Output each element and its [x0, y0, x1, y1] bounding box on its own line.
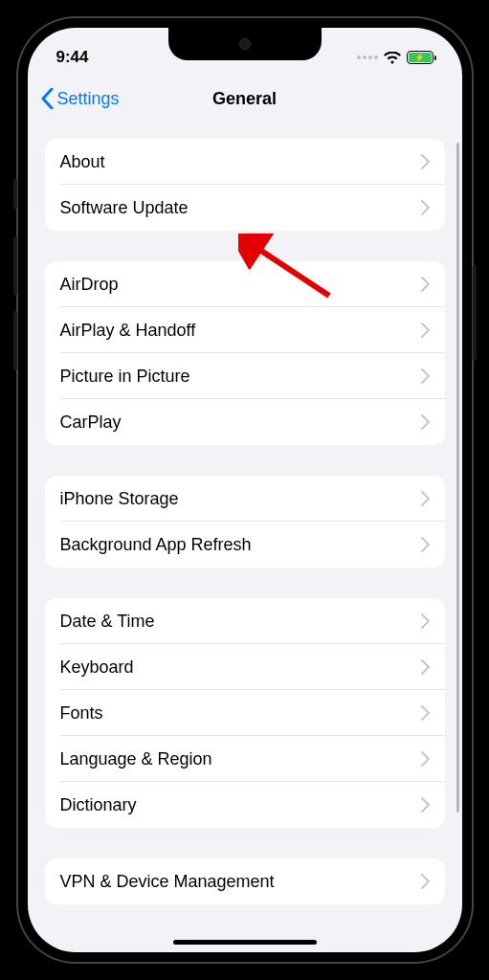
home-indicator[interactable] — [173, 940, 317, 945]
settings-group: AboutSoftware Update — [45, 139, 445, 231]
settings-row-dictionary[interactable]: Dictionary — [45, 782, 445, 828]
row-label: VPN & Device Management — [60, 872, 275, 892]
row-label: Fonts — [60, 703, 103, 724]
settings-row-software-update[interactable]: Software Update — [45, 185, 445, 231]
chevron-right-icon — [421, 797, 430, 813]
settings-group: iPhone StorageBackground App Refresh — [45, 476, 445, 568]
volume-down-button — [13, 311, 17, 370]
chevron-right-icon — [421, 751, 430, 767]
settings-group: AirDropAirPlay & HandoffPicture in Pictu… — [45, 261, 445, 445]
chevron-right-icon — [421, 874, 430, 889]
row-label: Software Update — [60, 198, 189, 218]
chevron-right-icon — [421, 705, 430, 721]
scroll-indicator[interactable] — [456, 143, 459, 813]
charging-bolt-icon: ⚡ — [414, 54, 425, 62]
notch — [168, 28, 322, 60]
settings-row-airdrop[interactable]: AirDrop — [45, 261, 445, 307]
settings-row-keyboard[interactable]: Keyboard — [45, 644, 445, 690]
row-label: iPhone Storage — [60, 489, 179, 509]
settings-group: VPN & Device Management — [45, 858, 445, 904]
battery-icon: ⚡ — [407, 51, 433, 64]
status-time: 9:44 — [56, 48, 89, 67]
row-label: CarPlay — [60, 412, 122, 433]
settings-row-language-region[interactable]: Language & Region — [45, 736, 445, 782]
chevron-right-icon — [421, 323, 430, 338]
settings-row-fonts[interactable]: Fonts — [45, 690, 445, 736]
row-label: Language & Region — [60, 749, 212, 769]
front-camera — [239, 38, 251, 50]
chevron-right-icon — [421, 537, 430, 552]
row-label: Keyboard — [60, 657, 134, 678]
settings-row-carplay[interactable]: CarPlay — [45, 399, 445, 445]
settings-row-date-time[interactable]: Date & Time — [45, 598, 445, 644]
settings-row-background-app-refresh[interactable]: Background App Refresh — [45, 522, 445, 568]
row-label: Date & Time — [60, 612, 155, 632]
nav-header: Settings General — [28, 76, 462, 122]
power-button — [473, 265, 477, 361]
chevron-left-icon — [41, 88, 54, 109]
back-label: Settings — [57, 89, 120, 109]
settings-row-about[interactable]: About — [45, 139, 445, 185]
settings-row-airplay-handoff[interactable]: AirPlay & Handoff — [45, 307, 445, 353]
chevron-right-icon — [421, 277, 430, 292]
settings-row-iphone-storage[interactable]: iPhone Storage — [45, 476, 445, 522]
row-label: Picture in Picture — [60, 367, 190, 387]
settings-row-vpn-device-management[interactable]: VPN & Device Management — [45, 858, 445, 904]
chevron-right-icon — [421, 200, 430, 215]
row-label: About — [60, 152, 105, 172]
chevron-right-icon — [421, 613, 430, 629]
page-title: General — [212, 89, 277, 109]
settings-row-picture-in-picture[interactable]: Picture in Picture — [45, 353, 445, 399]
row-label: AirPlay & Handoff — [60, 321, 196, 341]
chevron-right-icon — [421, 659, 430, 675]
volume-up-button — [13, 236, 17, 296]
back-button[interactable]: Settings — [41, 88, 120, 109]
chevron-right-icon — [421, 154, 430, 169]
wifi-icon — [384, 52, 401, 64]
chevron-right-icon — [421, 491, 430, 506]
row-label: Dictionary — [60, 795, 137, 815]
row-label: AirDrop — [60, 275, 119, 295]
row-label: Background App Refresh — [60, 535, 252, 555]
phone-frame: 9:44 ⚡ Settings General — [16, 16, 474, 964]
silent-switch — [13, 179, 17, 210]
settings-group: Date & TimeKeyboardFontsLanguage & Regio… — [45, 598, 445, 828]
cellular-dots-icon — [357, 56, 378, 59]
screen: 9:44 ⚡ Settings General — [28, 28, 462, 952]
chevron-right-icon — [421, 368, 430, 384]
settings-list[interactable]: AboutSoftware UpdateAirDropAirPlay & Han… — [28, 122, 462, 952]
chevron-right-icon — [421, 414, 430, 430]
